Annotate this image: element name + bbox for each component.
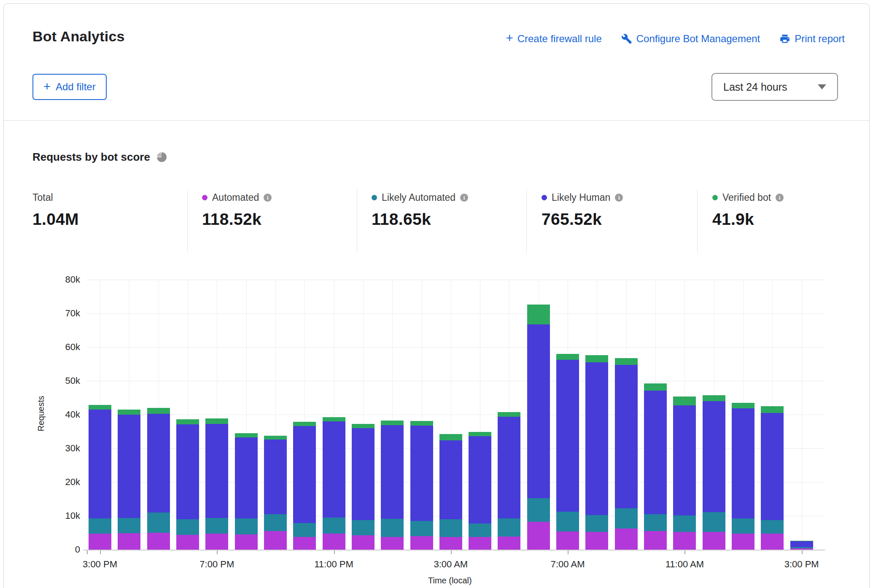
bar-segment-verified-bot[interactable] — [469, 432, 491, 436]
bar-segment-likely-automated[interactable] — [147, 512, 170, 533]
bar-segment-likely-automated[interactable] — [410, 521, 433, 536]
bar-segment-verified-bot[interactable] — [527, 305, 550, 324]
bar-segment-automated[interactable] — [323, 534, 345, 550]
bar-segment-likely-automated[interactable] — [118, 518, 140, 533]
bar-segment-verified-bot[interactable] — [790, 541, 813, 541]
print-report-link[interactable]: Print report — [779, 33, 845, 45]
bar-segment-likely-automated[interactable] — [556, 512, 579, 531]
bar-segment-verified-bot[interactable] — [381, 421, 404, 425]
bar-segment-likely-human[interactable] — [205, 424, 228, 518]
bar-segment-verified-bot[interactable] — [585, 355, 608, 362]
bar-segment-automated[interactable] — [439, 537, 462, 550]
info-icon[interactable]: i — [264, 194, 272, 202]
bar-segment-verified-bot[interactable] — [732, 403, 754, 408]
bar-segment-likely-human[interactable] — [118, 415, 140, 518]
bar-segment-likely-human[interactable] — [761, 413, 784, 520]
bar-segment-verified-bot[interactable] — [761, 406, 784, 413]
bar-segment-verified-bot[interactable] — [118, 410, 140, 415]
bar-segment-likely-human[interactable] — [644, 391, 667, 514]
create-firewall-rule-link[interactable]: + Create firewall rule — [506, 32, 602, 45]
bar-segment-likely-automated[interactable] — [352, 520, 375, 535]
bar-segment-automated[interactable] — [703, 532, 725, 550]
bar-segment-likely-automated[interactable] — [205, 518, 228, 534]
bar-segment-likely-human[interactable] — [585, 362, 608, 515]
bar-segment-likely-human[interactable] — [703, 401, 725, 512]
bar-segment-likely-automated[interactable] — [323, 518, 345, 534]
bar-segment-likely-human[interactable] — [89, 410, 111, 518]
bar-segment-verified-bot[interactable] — [176, 419, 199, 424]
bar-segment-automated[interactable] — [205, 534, 228, 550]
bar-segment-likely-human[interactable] — [323, 421, 345, 518]
configure-bot-management-link[interactable]: Configure Bot Management — [621, 33, 760, 45]
bar-segment-verified-bot[interactable] — [352, 424, 375, 428]
bar-segment-automated[interactable] — [761, 534, 784, 550]
bar-segment-verified-bot[interactable] — [89, 405, 111, 410]
bar-segment-automated[interactable] — [585, 532, 608, 550]
bar-segment-likely-human[interactable] — [615, 365, 638, 509]
bar-segment-likely-automated[interactable] — [469, 523, 491, 537]
bar-segment-verified-bot[interactable] — [147, 408, 170, 414]
bar-segment-likely-human[interactable] — [293, 426, 316, 523]
bar-segment-likely-automated[interactable] — [89, 518, 111, 534]
bar-segment-automated[interactable] — [352, 535, 375, 550]
bar-segment-automated[interactable] — [644, 531, 667, 550]
bar-segment-automated[interactable] — [176, 535, 199, 550]
bar-segment-likely-human[interactable] — [176, 424, 199, 519]
bar-segment-likely-human[interactable] — [352, 428, 375, 520]
bar-segment-automated[interactable] — [89, 534, 111, 550]
bar-segment-likely-automated[interactable] — [235, 518, 258, 534]
bar-segment-likely-automated[interactable] — [673, 515, 696, 531]
bar-segment-likely-automated[interactable] — [761, 520, 784, 534]
bar-segment-likely-automated[interactable] — [732, 518, 754, 534]
bar-segment-likely-human[interactable] — [381, 425, 404, 519]
bar-segment-verified-bot[interactable] — [323, 417, 345, 421]
bar-segment-likely-human[interactable] — [527, 324, 550, 498]
bar-segment-verified-bot[interactable] — [264, 436, 287, 440]
bar-segment-verified-bot[interactable] — [556, 354, 579, 360]
bar-segment-likely-automated[interactable] — [176, 519, 199, 535]
bar-segment-automated[interactable] — [527, 522, 550, 550]
bar-segment-automated[interactable] — [410, 536, 433, 550]
bar-segment-likely-automated[interactable] — [293, 523, 316, 537]
bar-segment-automated[interactable] — [732, 534, 754, 550]
bar-segment-likely-human[interactable] — [439, 440, 462, 520]
info-icon[interactable]: i — [776, 194, 784, 202]
bar-segment-automated[interactable] — [498, 537, 520, 550]
add-filter-button[interactable]: + Add filter — [32, 74, 107, 100]
info-icon[interactable]: i — [615, 194, 623, 202]
bar-segment-verified-bot[interactable] — [205, 418, 228, 424]
bar-segment-likely-automated[interactable] — [644, 514, 667, 531]
bar-segment-automated[interactable] — [147, 533, 170, 550]
bar-segment-automated[interactable] — [381, 537, 404, 550]
bar-segment-likely-human[interactable] — [264, 440, 287, 514]
bar-segment-likely-human[interactable] — [556, 360, 579, 511]
bar-segment-likely-human[interactable] — [498, 417, 520, 518]
bar-segment-verified-bot[interactable] — [673, 396, 696, 406]
bar-segment-likely-automated[interactable] — [498, 518, 520, 537]
bar-segment-likely-automated[interactable] — [527, 498, 550, 521]
bar-segment-likely-automated[interactable] — [615, 508, 638, 529]
bar-segment-automated[interactable] — [556, 531, 579, 550]
bar-segment-automated[interactable] — [469, 537, 491, 550]
bar-segment-likely-automated[interactable] — [703, 512, 725, 532]
bar-segment-verified-bot[interactable] — [703, 395, 725, 401]
bar-segment-likely-automated[interactable] — [439, 519, 462, 537]
time-range-select[interactable]: Last 24 hours — [711, 73, 838, 101]
bar-segment-likely-human[interactable] — [673, 405, 696, 515]
bar-segment-automated[interactable] — [235, 534, 258, 550]
bar-segment-likely-automated[interactable] — [264, 514, 287, 531]
bar-segment-likely-automated[interactable] — [381, 519, 404, 537]
bar-segment-verified-bot[interactable] — [235, 433, 258, 437]
bar-segment-verified-bot[interactable] — [644, 383, 667, 391]
bar-segment-likely-human[interactable] — [147, 414, 170, 512]
info-icon[interactable]: i — [460, 194, 468, 202]
bar-segment-automated[interactable] — [673, 532, 696, 550]
bar-segment-likely-human[interactable] — [732, 408, 754, 519]
bar-segment-verified-bot[interactable] — [615, 358, 638, 365]
bar-segment-verified-bot[interactable] — [498, 412, 520, 417]
bar-segment-likely-automated[interactable] — [585, 515, 608, 532]
bar-segment-likely-human[interactable] — [790, 541, 813, 547]
bar-segment-verified-bot[interactable] — [293, 422, 316, 426]
bar-segment-automated[interactable] — [293, 537, 316, 550]
bar-segment-verified-bot[interactable] — [439, 434, 462, 440]
